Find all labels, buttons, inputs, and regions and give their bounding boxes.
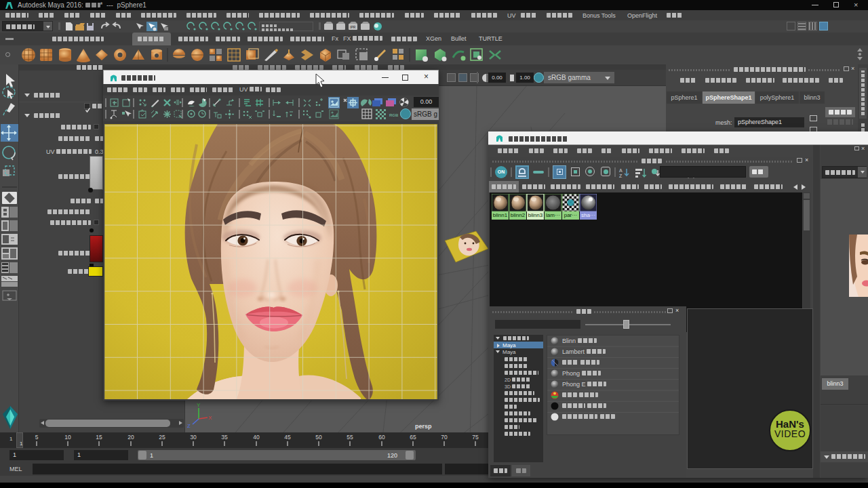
- svg-text:persp: persp: [415, 423, 432, 430]
- svg-text:20: 20: [127, 434, 134, 441]
- svg-text:A: A: [619, 168, 623, 173]
- svg-text:Z: Z: [619, 174, 623, 178]
- svg-text:35: 35: [221, 434, 228, 441]
- svg-text:RGB: RGB: [389, 113, 399, 117]
- svg-text:60: 60: [378, 434, 385, 441]
- svg-text:50: 50: [315, 434, 322, 441]
- svg-text:70: 70: [441, 434, 448, 441]
- svg-text:40: 40: [253, 434, 260, 441]
- svg-text:15: 15: [96, 434, 102, 441]
- svg-text:55: 55: [347, 434, 353, 441]
- svg-text:25: 25: [159, 434, 165, 441]
- svg-text:30: 30: [190, 434, 197, 441]
- svg-text:10: 10: [64, 434, 71, 441]
- svg-text:75: 75: [472, 434, 479, 441]
- svg-text:5: 5: [35, 434, 39, 441]
- svg-text:IPR: IPR: [350, 25, 356, 29]
- svg-text:65: 65: [410, 434, 416, 441]
- svg-text:45: 45: [284, 434, 291, 441]
